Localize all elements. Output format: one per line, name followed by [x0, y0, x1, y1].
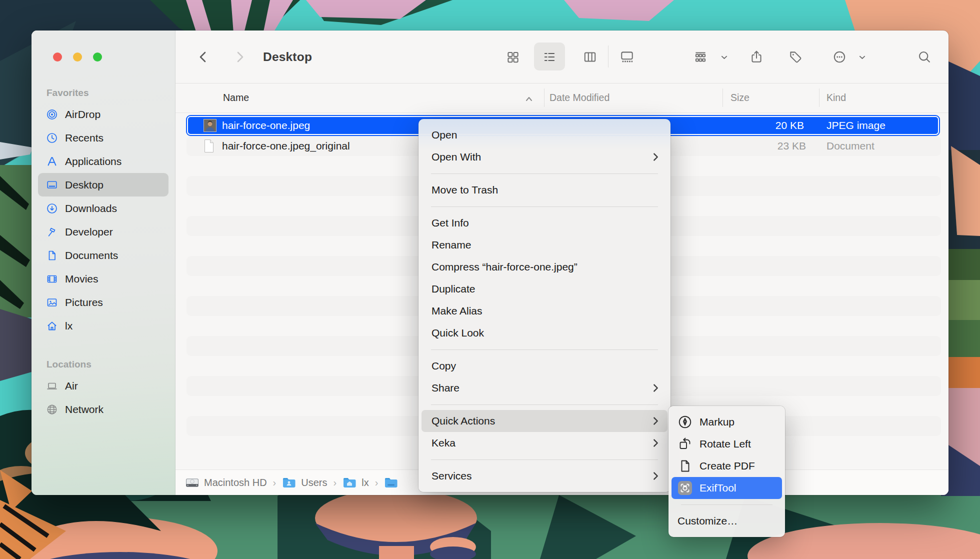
back-button[interactable] — [196, 50, 210, 64]
path-item-label: Users — [301, 477, 327, 488]
menu-separator — [418, 201, 670, 212]
path-item-users[interactable]: Users — [282, 477, 327, 488]
path-item-label: Macintosh HD — [204, 477, 267, 488]
sidebar-item-label: Pictures — [65, 296, 103, 308]
view-grid-icon[interactable] — [506, 50, 520, 64]
menu-item-make-alias[interactable]: Make Alias — [418, 300, 670, 322]
file-size: 23 KB — [778, 136, 806, 156]
jpeg-thumbnail-icon — [204, 119, 216, 132]
submenu-separator — [668, 499, 785, 510]
sidebar-item-label: Applications — [65, 156, 122, 168]
generic-document-icon — [203, 139, 215, 153]
close-button[interactable] — [53, 52, 62, 62]
document-icon — [46, 250, 58, 262]
menu-separator — [418, 168, 670, 179]
path-item-lx[interactable]: lx — [342, 477, 368, 488]
sidebar-section-favorites: Favorites — [38, 86, 168, 100]
search-icon[interactable] — [917, 50, 932, 64]
menu-item-duplicate[interactable]: Duplicate — [418, 278, 670, 300]
menu-separator — [418, 399, 670, 410]
submenu-item-exiftool[interactable]: ExifTool — [672, 477, 782, 499]
desktop-icon — [46, 179, 58, 191]
rotate-left-icon — [678, 436, 692, 452]
zoom-button[interactable] — [93, 52, 102, 62]
menu-item-keka[interactable]: Keka — [418, 432, 670, 454]
folder-home-icon — [342, 477, 356, 488]
column-header-size[interactable]: Size — [730, 83, 750, 112]
more-options-icon[interactable] — [832, 50, 847, 64]
sidebar-item-label: Desktop — [65, 179, 104, 191]
menu-item-services[interactable]: Services — [418, 465, 670, 487]
menu-separator — [418, 454, 670, 465]
menu-item-rename[interactable]: Rename — [418, 234, 670, 256]
clock-icon — [46, 132, 58, 144]
laptop-icon — [46, 380, 58, 392]
column-divider[interactable] — [544, 88, 544, 107]
sidebar-item-airdrop[interactable]: AirDrop — [38, 102, 168, 126]
traffic-lights — [53, 52, 102, 62]
view-list-icon[interactable] — [542, 50, 557, 64]
film-icon — [46, 273, 58, 285]
menu-item-open[interactable]: Open — [418, 124, 670, 146]
group-by-icon[interactable] — [693, 50, 708, 64]
menu-item-move-to-trash[interactable]: Move to Trash — [418, 179, 670, 201]
sidebar-list: Favorites AirDrop Recents Applications — [38, 86, 168, 421]
column-divider[interactable] — [722, 88, 723, 107]
tag-icon[interactable] — [788, 50, 803, 64]
hard-drive-icon — [186, 476, 199, 490]
sidebar-item-label: AirDrop — [65, 108, 100, 120]
sidebar-item-recents[interactable]: Recents — [38, 126, 168, 150]
view-gallery-icon[interactable] — [620, 50, 634, 64]
download-circle-icon — [46, 202, 58, 214]
toolbar-divider — [608, 46, 608, 68]
sidebar-item-movies[interactable]: Movies — [38, 267, 168, 290]
menu-item-get-info[interactable]: Get Info — [418, 212, 670, 234]
submenu-item-rotate-left[interactable]: Rotate Left — [672, 433, 782, 455]
minimize-button[interactable] — [73, 52, 82, 62]
sidebar-item-label: Downloads — [65, 202, 117, 214]
submenu-item-customize[interactable]: Customize… — [672, 510, 782, 532]
view-columns-icon[interactable] — [582, 50, 598, 64]
sidebar-item-network[interactable]: Network — [38, 398, 168, 421]
context-menu: Open Open With Move to Trash Get Info Re… — [418, 119, 670, 492]
column-header-name[interactable]: Name — [223, 83, 249, 112]
sidebar-item-documents[interactable]: Documents — [38, 244, 168, 267]
path-separator: › — [334, 477, 337, 488]
menu-item-compress[interactable]: Compress “hair-force-one.jpeg” — [418, 256, 670, 278]
path-separator: › — [375, 477, 378, 488]
sidebar-item-home-lx[interactable]: lx — [38, 314, 168, 338]
menu-item-open-with[interactable]: Open With — [418, 146, 670, 168]
path-item-desktop-folder[interactable] — [384, 477, 403, 488]
column-divider[interactable] — [819, 88, 820, 107]
sidebar: Favorites AirDrop Recents Applications — [32, 30, 176, 495]
file-name: hair-force-one.jpeg — [222, 117, 310, 134]
file-kind: Document — [826, 136, 874, 156]
path-separator: › — [273, 477, 276, 488]
folder-users-icon — [282, 477, 296, 488]
menu-separator — [418, 344, 670, 355]
sidebar-item-applications[interactable]: Applications — [38, 150, 168, 173]
column-header-row: Name Date Modified Size Kind — [176, 83, 948, 113]
menu-item-share[interactable]: Share — [418, 377, 670, 399]
submenu-item-markup[interactable]: Markup — [672, 411, 782, 433]
menu-item-copy[interactable]: Copy — [418, 355, 670, 377]
sidebar-item-downloads[interactable]: Downloads — [38, 196, 168, 220]
forward-button[interactable] — [232, 50, 248, 64]
path-item-macintosh-hd[interactable]: Macintosh HD — [186, 476, 267, 490]
sidebar-item-air[interactable]: Air — [38, 374, 168, 398]
chevron-down-icon[interactable] — [716, 50, 732, 64]
column-header-kind[interactable]: Kind — [826, 83, 846, 112]
window-title: Desktop — [263, 30, 312, 83]
submenu-item-create-pdf[interactable]: Create PDF — [672, 455, 782, 477]
sidebar-item-desktop[interactable]: Desktop — [38, 173, 168, 196]
column-header-date-modified[interactable]: Date Modified — [550, 83, 610, 112]
sidebar-item-label: Documents — [65, 250, 118, 262]
menu-item-quick-look[interactable]: Quick Look — [418, 322, 670, 344]
sidebar-item-developer[interactable]: Developer — [38, 220, 168, 244]
app-store-a-icon — [46, 156, 58, 168]
chevron-down-icon[interactable] — [854, 50, 870, 64]
menu-item-quick-actions[interactable]: Quick Actions — [422, 410, 668, 432]
sidebar-item-pictures[interactable]: Pictures — [38, 290, 168, 314]
file-kind: JPEG image — [826, 117, 886, 134]
share-icon[interactable] — [749, 50, 764, 64]
